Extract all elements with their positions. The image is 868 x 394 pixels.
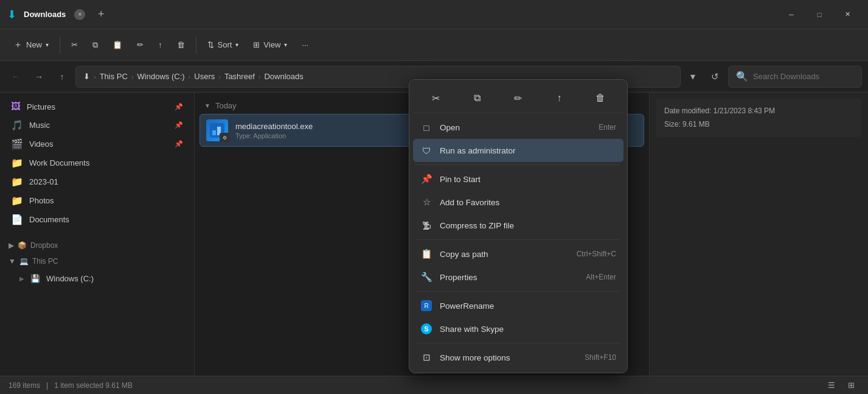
skype-icon: S — [420, 323, 432, 335]
this-pc-icon: 💻 — [19, 257, 29, 266]
sidebar-item-work-documents[interactable]: 📁 Work Documents — [2, 153, 192, 172]
sidebar-item-photos[interactable]: 📁 Photos — [2, 191, 192, 210]
copy-button[interactable]: ⧉ — [86, 37, 104, 54]
path-windows: Windows (C:) — [137, 72, 185, 81]
ctx-cut-button[interactable]: ✂ — [424, 87, 448, 109]
dropbox-icon: 📦 — [18, 241, 27, 250]
svg-text:R: R — [424, 303, 428, 309]
close-button[interactable]: ✕ — [834, 5, 861, 24]
ctx-properties[interactable]: 🔧 Properties Alt+Enter — [413, 266, 623, 289]
sidebar-item-pictures[interactable]: 🖼 Pictures 📌 — [2, 97, 192, 116]
dropbox-chevron: ▶ — [9, 241, 14, 250]
ctx-properties-shortcut: Alt+Enter — [586, 273, 616, 281]
sidebar-item-documents[interactable]: 📄 Documents — [2, 210, 192, 229]
cut-button[interactable]: ✂ — [65, 37, 84, 53]
photos-icon: 📁 — [11, 195, 23, 206]
ctx-pin-label: Pin to Start — [440, 175, 616, 184]
sidebar-label-documents: Documents — [29, 215, 69, 224]
ctx-sep-3 — [417, 291, 620, 292]
zip-icon: 🗜 — [420, 219, 432, 231]
ctx-add-favorites[interactable]: ☆ Add to Favorites — [413, 191, 623, 214]
window-controls: ─ □ ✕ — [778, 5, 861, 24]
ctx-share-skype[interactable]: S Share with Skype — [413, 317, 623, 340]
sort-label: Sort — [218, 40, 232, 49]
new-button[interactable]: ＋ New ▾ — [7, 35, 55, 54]
sort-button[interactable]: ⇅ Sort ▾ — [201, 37, 245, 53]
ctx-copy-path-label: Copy as path — [440, 250, 569, 259]
sidebar-label-work-documents: Work Documents — [29, 158, 89, 167]
ctx-open[interactable]: □ Open Enter — [413, 116, 623, 139]
file-icon-wrapper: ⚙ — [206, 119, 228, 141]
work-documents-icon: 📁 — [11, 157, 23, 169]
view-toggle: ☰ ⊞ — [823, 379, 859, 392]
ctx-skype-label: Share with Skype — [440, 325, 616, 334]
maximize-button[interactable]: □ — [806, 5, 833, 24]
sidebar-item-videos[interactable]: 🎬 Videos 📌 — [2, 135, 192, 153]
ctx-power-rename-label: PowerRename — [440, 301, 616, 311]
sidebar-label-2023-01: 2023-01 — [29, 177, 58, 186]
sidebar-item-2023-01[interactable]: 📁 2023-01 — [2, 172, 192, 191]
path-dropdown-button[interactable]: ▾ — [684, 68, 701, 85]
ctx-power-rename[interactable]: R PowerRename — [413, 294, 623, 317]
svg-text:S: S — [424, 325, 428, 332]
minimize-button[interactable]: ─ — [778, 5, 805, 24]
new-icon: ＋ — [13, 39, 23, 51]
search-icon: 🔍 — [736, 71, 748, 82]
delete-button[interactable]: 🗑 — [171, 37, 191, 53]
ctx-show-more[interactable]: ⊡ Show more options Shift+F10 — [413, 346, 623, 369]
svg-rect-1 — [212, 130, 216, 135]
search-box[interactable]: 🔍 — [728, 66, 862, 88]
ctx-open-shortcut: Enter — [599, 123, 616, 132]
ctx-copy-as-path[interactable]: 📋 Copy as path Ctrl+Shift+C — [413, 242, 623, 266]
more-button[interactable]: ··· — [296, 37, 314, 53]
ctx-delete-button[interactable]: 🗑 — [588, 87, 613, 109]
view-button[interactable]: ⊞ View ▾ — [247, 37, 293, 53]
sidebar-section-this-pc[interactable]: ▼ 💻 This PC — [0, 255, 194, 268]
share-icon: ↑ — [158, 40, 162, 49]
downloads-icon: ⬇ — [7, 8, 16, 21]
videos-icon: 🎬 — [11, 138, 23, 150]
up-button[interactable]: ↑ — [52, 67, 72, 86]
sidebar-label-dropbox: Dropbox — [30, 241, 58, 250]
new-label: New — [26, 40, 42, 49]
ctx-run-as-admin[interactable]: 🛡 Run as administrator — [413, 139, 623, 162]
ctx-copy-button[interactable]: ⧉ — [465, 87, 489, 109]
section-chevron[interactable]: ▼ — [204, 102, 210, 109]
new-tab-button[interactable]: + — [92, 6, 109, 23]
context-menu: ✂ ⧉ ✏ ↑ 🗑 □ Open Enter 🛡 Run as administ… — [409, 79, 628, 373]
grid-view-button[interactable]: ⊞ — [842, 379, 859, 392]
sidebar-item-music[interactable]: 🎵 Music 📌 — [2, 116, 192, 135]
delete-icon: 🗑 — [177, 40, 185, 49]
search-input[interactable] — [753, 72, 850, 81]
toolbar: ＋ New ▾ ✂ ⧉ 📋 ✏ ↑ 🗑 ⇅ Sort ▾ ⊞ View ▾ ··… — [0, 29, 868, 61]
ctx-copy-path-shortcut: Ctrl+Shift+C — [577, 250, 616, 258]
ctx-share-button[interactable]: ↑ — [547, 87, 572, 109]
tab-close-button[interactable]: × — [74, 9, 85, 20]
sidebar-section-dropbox[interactable]: ▶ 📦 Dropbox — [0, 239, 194, 252]
ctx-favorites-label: Add to Favorites — [440, 198, 616, 207]
path-downloads: Downloads — [264, 72, 303, 81]
detail-size: Size: 9.61 MB — [664, 118, 853, 132]
copy-icon: ⧉ — [92, 40, 98, 50]
pin-icon-music: 📌 — [175, 121, 183, 129]
list-view-button[interactable]: ☰ — [823, 379, 840, 392]
share-button[interactable]: ↑ — [152, 37, 168, 53]
ctx-open-label: Open — [440, 123, 591, 132]
copy-path-icon: 📋 — [420, 248, 432, 260]
ctx-rename-button[interactable]: ✏ — [506, 87, 530, 109]
forward-button[interactable]: → — [29, 67, 49, 86]
paste-button[interactable]: 📋 — [106, 37, 128, 53]
sidebar-label-this-pc: This PC — [32, 257, 58, 266]
ctx-pin-to-start[interactable]: 📌 Pin to Start — [413, 167, 623, 191]
pin-icon-pictures: 📌 — [175, 103, 183, 111]
file-name: mediacreationtool.exe — [235, 122, 313, 131]
back-button[interactable]: ← — [6, 67, 26, 86]
ctx-sep-4 — [417, 343, 620, 343]
sidebar-label-photos: Photos — [29, 196, 54, 205]
rename-button[interactable]: ✏ — [131, 37, 150, 53]
refresh-button[interactable]: ↺ — [705, 67, 724, 86]
favorites-icon: ☆ — [420, 196, 432, 208]
ctx-compress-zip[interactable]: 🗜 Compress to ZIP file — [413, 214, 623, 237]
sidebar: 🖼 Pictures 📌 🎵 Music 📌 🎬 Videos 📌 📁 Work… — [0, 93, 195, 376]
sidebar-item-windows-c[interactable]: ▶ 💾 Windows (C:) — [2, 270, 192, 287]
